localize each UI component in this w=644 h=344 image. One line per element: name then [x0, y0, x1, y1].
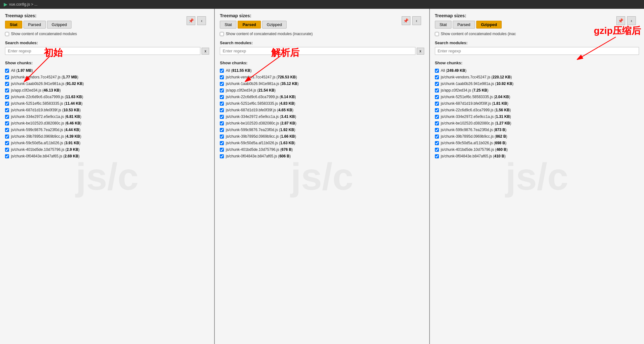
chunk-checkbox[interactable]	[435, 95, 439, 99]
chunk-checkbox[interactable]	[220, 102, 224, 106]
chunk-checkbox[interactable]	[435, 121, 439, 125]
chunk-name: js/chunk-39b7895d.0969b9cc.js (862 B)	[441, 134, 507, 139]
panel-bg-text: js/c	[505, 155, 568, 198]
chunk-size: 1.97 MB	[18, 68, 32, 73]
chunk-checkbox[interactable]	[435, 82, 439, 86]
chunk-size: 606 B	[279, 154, 289, 158]
chunk-checkbox[interactable]	[435, 135, 439, 139]
search-row: x	[220, 47, 424, 55]
search-clear-button[interactable]: x	[202, 48, 209, 55]
chunk-name: js/chunk-401bd5de.10d75796.js (2.9 KB)	[11, 147, 80, 152]
top-bar-text: vue.config.js > ...	[9, 2, 37, 7]
chunk-size: 3.41 KB	[281, 114, 295, 119]
chunk-checkbox[interactable]	[435, 115, 439, 119]
concat-modules-checkbox[interactable]	[5, 32, 9, 36]
search-clear-button[interactable]: x	[417, 48, 424, 55]
chunk-checkbox[interactable]	[5, 95, 9, 99]
chunk-checkbox[interactable]	[220, 69, 224, 73]
chunk-size: 2.04 KB	[495, 95, 509, 99]
chunk-name: js/chunk-5251ef6c.58583335.js (4.83 KB)	[226, 101, 295, 106]
panel-parsed: js/c📌‹Treemap sizes:StatParsedGzippedSho…	[215, 9, 430, 344]
chunk-checkbox[interactable]	[5, 82, 9, 86]
chunk-size: 4.39 KB	[66, 134, 80, 139]
chunk-checkbox[interactable]	[5, 108, 9, 112]
chunk-checkbox[interactable]	[5, 121, 9, 125]
back-button[interactable]: ‹	[627, 16, 636, 25]
panel-bg-text: js/c	[76, 155, 139, 198]
search-input[interactable]	[220, 47, 415, 55]
chunk-checkbox[interactable]	[5, 141, 9, 145]
chunk-checkbox[interactable]	[220, 108, 224, 112]
chunk-name: js/chunk-599c9876.7ea23f0d.js (873 B)	[441, 127, 506, 133]
chunk-checkbox[interactable]	[435, 75, 439, 79]
chunk-checkbox[interactable]	[435, 141, 439, 145]
size-btn-stat[interactable]: Stat	[5, 21, 22, 29]
chunk-checkbox[interactable]	[5, 135, 9, 139]
chunk-checkbox[interactable]	[220, 82, 224, 86]
chunk-name: js/chunk-599c9876.7ea23f0d.js (1.92 KB)	[226, 127, 295, 133]
chunk-checkbox[interactable]	[435, 88, 439, 93]
chunk-checkbox[interactable]	[435, 128, 439, 132]
panel-inner: 📌‹Treemap sizes:StatParsedGzippedShow co…	[220, 13, 424, 159]
search-modules-label: Search modules:	[5, 40, 209, 45]
chunk-checkbox[interactable]	[435, 102, 439, 106]
size-btn-stat[interactable]: Stat	[435, 21, 451, 29]
chunk-name: js/chunk-687d1d19.bfe0f39f.js (1.81 KB)	[441, 101, 508, 106]
chunk-item: js/chunk-59c50d5a.af11b026.js (1.63 KB)	[220, 140, 424, 146]
size-btn-parsed[interactable]: Parsed	[24, 21, 46, 29]
chunk-checkbox[interactable]	[220, 115, 224, 119]
chunk-size: 873 B	[495, 128, 505, 132]
show-chunks-label: Show chunks:	[5, 61, 209, 65]
chunk-checkbox[interactable]	[435, 108, 439, 112]
size-btn-gzipped[interactable]: Gzipped	[476, 21, 502, 29]
chunk-checkbox[interactable]	[220, 135, 224, 139]
chunk-checkbox[interactable]	[220, 75, 224, 79]
chunk-checkbox[interactable]	[220, 141, 224, 145]
chunk-checkbox[interactable]	[220, 88, 224, 93]
chunk-checkbox[interactable]	[220, 128, 224, 132]
chunk-checkbox[interactable]	[5, 128, 9, 132]
chunk-checkbox[interactable]	[5, 115, 9, 119]
chunk-checkbox[interactable]	[220, 148, 224, 152]
chunk-checkbox[interactable]	[5, 102, 9, 106]
back-button[interactable]: ‹	[197, 16, 206, 25]
chunk-item: js/chunk-22c6d9c6.d3ca7999.js (6.14 KB)	[220, 94, 424, 100]
size-btn-parsed[interactable]: Parsed	[453, 21, 475, 29]
pin-button[interactable]: 📌	[187, 16, 195, 25]
concat-modules-row: Show content of concatenated modules (in…	[220, 32, 424, 36]
search-row	[435, 47, 639, 55]
size-btn-stat[interactable]: Stat	[220, 21, 236, 29]
search-input[interactable]	[5, 47, 200, 55]
chunk-checkbox[interactable]	[5, 69, 9, 73]
chunk-checkbox[interactable]	[5, 75, 9, 79]
chunk-item: js/chunk-39b7895d.0969b9cc.js (862 B)	[435, 134, 639, 139]
chunk-checkbox[interactable]	[435, 69, 439, 73]
chunk-checkbox[interactable]	[220, 121, 224, 125]
chunk-name: All (249.49 KB)	[441, 68, 467, 73]
size-btn-gzipped[interactable]: Gzipped	[262, 21, 287, 29]
chunk-size: 811.55 KB	[232, 68, 250, 73]
pin-button[interactable]: 📌	[402, 16, 410, 25]
chunk-size: 1.92 KB	[280, 128, 294, 132]
chunk-checkbox[interactable]	[435, 148, 439, 152]
pin-button[interactable]: 📌	[616, 16, 625, 25]
chunk-name: js/chunk-1aab0b26.941e981a.js (91.02 KB)	[11, 81, 84, 87]
panel-stat: js/c📌‹Treemap sizes:StatParsedGzippedSho…	[0, 9, 215, 344]
chunk-checkbox[interactable]	[220, 154, 224, 158]
back-button[interactable]: ‹	[412, 16, 421, 25]
size-btn-parsed[interactable]: Parsed	[238, 21, 261, 29]
chunk-checkbox[interactable]	[220, 95, 224, 99]
chunk-item: js/chunk-401bd5de.10d75796.js (676 B)	[220, 147, 424, 152]
chunk-item: js/chunk-be102520.d382080c.js (1.27 KB)	[435, 120, 639, 126]
concat-modules-checkbox[interactable]	[220, 32, 224, 36]
search-input[interactable]	[435, 47, 639, 55]
chunk-checkbox[interactable]	[5, 154, 9, 158]
concat-modules-checkbox[interactable]	[435, 32, 439, 36]
chunk-checkbox[interactable]	[5, 88, 9, 93]
chunk-name: All (1.97 MB)	[11, 68, 33, 73]
chunk-checkbox[interactable]	[435, 154, 439, 158]
size-btn-gzipped[interactable]: Gzipped	[47, 21, 71, 29]
size-buttons: StatParsedGzipped	[5, 21, 209, 29]
chunk-name: js/chunk-334e2972.e5e9cc1a.js (6.81 KB)	[11, 114, 81, 119]
chunk-checkbox[interactable]	[5, 148, 9, 152]
